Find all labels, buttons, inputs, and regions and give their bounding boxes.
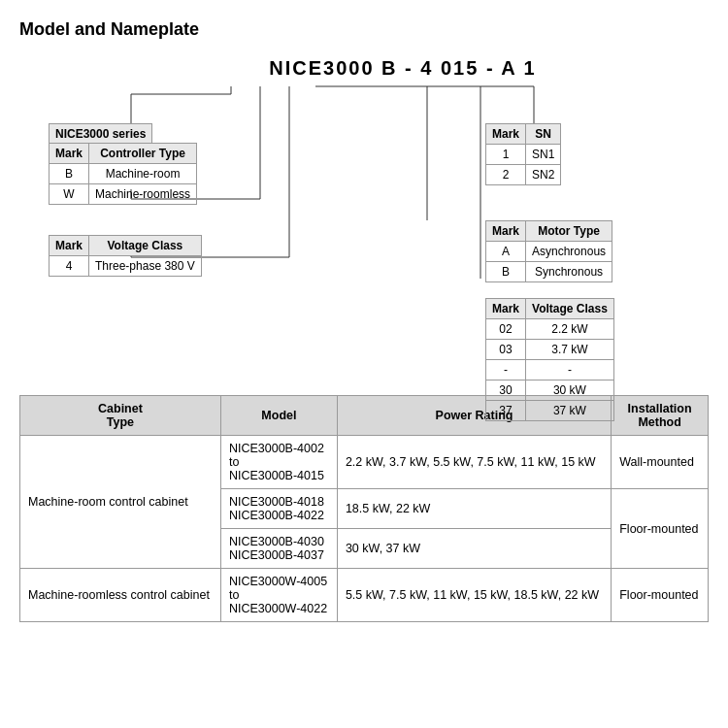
vc-mark-02: 02 [486, 319, 526, 340]
voltage-mark-header: Mark [50, 236, 89, 256]
cabinet-type-roomless: Machine-roomless control cabinet [20, 569, 221, 622]
voltage-mark-4: 4 [50, 256, 89, 277]
motor-mark-a: A [486, 242, 526, 262]
controller-type-table: MarkController Type BMachine-room WMachi… [49, 143, 197, 205]
sn-mark-header: Mark [486, 124, 526, 145]
sn-2: SN2 [526, 165, 561, 185]
series-table: NICE3000 series [49, 123, 152, 145]
power-4030-4037: 30 kW, 37 kW [337, 529, 611, 569]
controller-mark-header: Mark [50, 144, 89, 164]
power-4002-4015: 2.2 kW, 3.7 kW, 5.5 kW, 7.5 kW, 11 kW, 1… [337, 436, 611, 489]
col-model: Model [220, 396, 337, 436]
motor-type-b: Synchronous [526, 262, 612, 282]
install-floor-machineroom: Floor-mounted [612, 489, 709, 569]
controller-type-w: Machine-roomless [89, 184, 197, 205]
vc-class-37: 37 kW [526, 401, 614, 421]
vc-class-30: 30 kW [526, 381, 614, 401]
sn-mark-2: 2 [486, 165, 526, 185]
voltage-class-4: Three-phase 380 V [89, 256, 202, 277]
vc-mark-03: 03 [486, 340, 526, 360]
vc-mark-dash: - [486, 360, 526, 381]
sn-mark-1: 1 [486, 145, 526, 165]
controller-type-b: Machine-room [89, 164, 197, 184]
model-4018-4022: NICE3000B-4018NICE3000B-4022 [220, 489, 337, 529]
model-w4005-w4022: NICE3000W-4005toNICE3000W-4022 [220, 569, 337, 622]
table-row: Machine-roomless control cabinet NICE300… [20, 569, 709, 622]
motor-type-a: Asynchronous [526, 242, 612, 262]
sn-table: MarkSN 1SN1 2SN2 [485, 123, 561, 185]
install-floor-roomless: Floor-mounted [612, 569, 709, 622]
vc-mark-37: 37 [486, 401, 526, 421]
voltage-class-right-table: MarkVoltage Class 022.2 kW 033.7 kW -- 3… [485, 298, 614, 421]
vc-class-03: 3.7 kW [526, 340, 614, 360]
vc-right-mark-header: Mark [486, 299, 526, 319]
power-4018-4022: 18.5 kW, 22 kW [337, 489, 611, 529]
motor-type-header: Motor Type [526, 221, 612, 242]
power-w4005-w4022: 5.5 kW, 7.5 kW, 11 kW, 15 kW, 18.5 kW, 2… [337, 569, 611, 622]
install-wall: Wall-mounted [612, 436, 709, 489]
main-table: CabinetType Model Power Rating Installat… [19, 395, 709, 622]
motor-mark-b: B [486, 262, 526, 282]
controller-mark-b: B [50, 164, 89, 184]
vc-mark-30: 30 [486, 381, 526, 401]
model-4002-4015: NICE3000B-4002toNICE3000B-4015 [220, 436, 337, 489]
sn-header: SN [526, 124, 561, 145]
voltage-class-left-table: MarkVoltage Class 4Three-phase 380 V [49, 235, 202, 277]
page-title: Model and Nameplate [19, 19, 709, 40]
model-4030-4037: NICE3000B-4030NICE3000B-4037 [220, 529, 337, 569]
vc-class-02: 2.2 kW [526, 319, 614, 340]
series-label: NICE3000 series [50, 124, 152, 145]
col-installation: InstallationMethod [612, 396, 709, 436]
vc-right-class-header: Voltage Class [526, 299, 614, 319]
cabinet-type-machineroom: Machine-room control cabinet [20, 436, 221, 569]
sn-1: SN1 [526, 145, 561, 165]
table-row: Machine-room control cabinet NICE3000B-4… [20, 436, 709, 489]
motor-mark-header: Mark [486, 221, 526, 242]
model-code: NICE3000 B - 4 015 - A 1 [97, 57, 709, 80]
col-cabinet-type: CabinetType [20, 396, 221, 436]
voltage-class-header: Voltage Class [89, 236, 202, 256]
vc-class-dash: - [526, 360, 614, 381]
controller-type-header: Controller Type [89, 144, 197, 164]
controller-mark-w: W [50, 184, 89, 205]
motor-type-table: MarkMotor Type AAsynchronous BSynchronou… [485, 220, 612, 282]
